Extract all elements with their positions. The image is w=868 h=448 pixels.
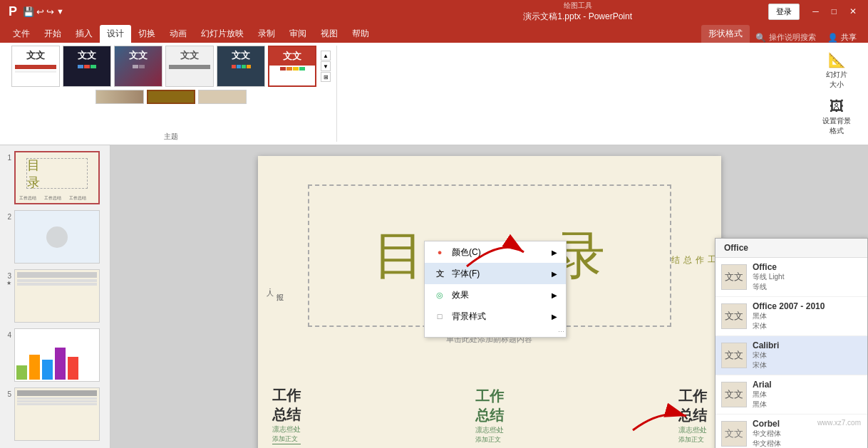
work-section-left: 工作总结 凛志些处 添加正文: [272, 386, 301, 444]
work-add-mid[interactable]: 添加正文: [475, 435, 504, 444]
slide-preview-5[interactable]: [14, 387, 100, 441]
work-add-right[interactable]: 添加正文: [678, 435, 707, 444]
font-panel-header: Office: [715, 239, 867, 258]
theme-preview-1[interactable]: [95, 90, 144, 104]
work-section-right: 工作总结 凛志些处 添加正文: [678, 387, 707, 444]
menu-font-label: 字体(F): [452, 268, 480, 280]
titlebar: P 💾 ↩ ↪ ▼ 绘图工具 演示文稿1.pptx - PowerPoint 登…: [0, 0, 868, 23]
work-add-left[interactable]: 添加正文: [272, 434, 301, 444]
font-option-office2007[interactable]: 文文 Office 2007 - 2010 黑体 宋体: [715, 297, 867, 336]
menu-item-color[interactable]: ● 颜色(C) ▶: [425, 241, 566, 263]
slide-num-2: 2: [3, 213, 11, 221]
theme-scroll-up[interactable]: ▲: [321, 51, 331, 61]
theme-preview-3[interactable]: [198, 90, 247, 104]
work-title-mid: 工作总结: [475, 387, 504, 425]
save-icon[interactable]: 💾: [23, 6, 34, 17]
titlebar-left: P 💾 ↩ ↪ ▼: [6, 3, 387, 21]
slide-thumb-1[interactable]: 1 目 录 工作总结 工作总结 工作总结: [3, 151, 107, 204]
menu-item-bg-style[interactable]: □ 背景样式 ▶: [425, 306, 566, 327]
tab-view[interactable]: 视图: [314, 25, 345, 43]
share-label[interactable]: 共享: [841, 32, 857, 43]
menu-bg-arrow: ▶: [552, 313, 557, 321]
theme-item-3[interactable]: 文文: [114, 46, 162, 87]
font-sub1-calibri: 宋体: [753, 350, 779, 360]
slide-preview-4[interactable]: [14, 328, 100, 382]
slide-size-button[interactable]: 📐 幻灯片大小: [817, 48, 857, 93]
slide-thumb-5[interactable]: 5: [3, 387, 107, 441]
menu-color-label: 颜色(C): [452, 246, 481, 259]
effects-menu-icon: ◎: [433, 288, 446, 301]
color-menu-icon: ●: [433, 246, 446, 259]
context-menu: ● 颜色(C) ▶ 文 字体(F) ▶ ◎ 效果 ▶ □ 背景样式 ▶ ⋯: [424, 241, 567, 338]
font-menu-icon: 文: [433, 267, 446, 280]
font-info-corbel: Corbel 华文楷体 华文楷体: [753, 419, 781, 448]
slide-thumb-4[interactable]: 4: [3, 328, 107, 382]
slide-preview-1[interactable]: 目 录 工作总结 工作总结 工作总结: [14, 151, 100, 204]
theme-scroll-more[interactable]: ⊞: [321, 72, 331, 82]
customize-icon[interactable]: ▼: [56, 7, 64, 16]
font-info-office: Office 等线 Light 等线: [753, 262, 784, 292]
font-name-office: Office: [753, 262, 784, 272]
slide-num-1: 1: [3, 154, 11, 162]
theme-item-6[interactable]: 文文: [268, 46, 316, 87]
restore-button[interactable]: □: [826, 0, 842, 23]
font-sub1-office: 等线 Light: [753, 272, 784, 282]
font-preview-corbel: 文文: [721, 421, 747, 447]
theme-item-5[interactable]: 文文: [217, 46, 265, 87]
tab-review[interactable]: 审阅: [282, 25, 314, 43]
font-sub1-corbel: 华文楷体: [753, 429, 781, 439]
tab-shape-format[interactable]: 形状格式: [701, 25, 750, 43]
slide-num-3: 3★: [3, 272, 11, 286]
theme-item-4[interactable]: 文文: [165, 46, 214, 87]
tab-transitions[interactable]: 切换: [131, 25, 162, 43]
tab-design[interactable]: 设计: [100, 25, 131, 43]
font-preview-office2007: 文文: [721, 303, 747, 329]
font-sub2-office2007: 宋体: [753, 321, 825, 331]
menu-item-font[interactable]: 文 字体(F) ▶: [425, 263, 566, 284]
work-sub-mid: 凛志些处: [475, 425, 504, 435]
tab-animations[interactable]: 动画: [162, 25, 194, 43]
theme-grid: 文文 文文 文文: [11, 46, 331, 87]
theme-preview-2[interactable]: [147, 90, 195, 104]
minimize-button[interactable]: ─: [807, 0, 825, 23]
slide-thumb-3[interactable]: 3★: [3, 269, 107, 323]
menu-footer: ⋯: [425, 327, 566, 337]
tab-file[interactable]: 文件: [6, 25, 37, 43]
menu-font-arrow: ▶: [552, 270, 557, 278]
format-background-button[interactable]: 🖼 设置背景格式: [817, 95, 857, 139]
tab-start[interactable]: 开始: [37, 25, 68, 43]
slide-preview-2[interactable]: [14, 210, 100, 264]
slide-thumb-2[interactable]: 2: [3, 210, 107, 264]
undo-icon[interactable]: ↩: [36, 6, 44, 17]
tab-slideshow[interactable]: 幻灯片放映: [194, 25, 251, 43]
theme-scroll: ▲ ▼ ⊞: [321, 51, 331, 82]
tab-insert[interactable]: 插入: [68, 25, 100, 43]
slide-title-char1: 目: [373, 222, 425, 290]
titlebar-controls: 登录 ─ □ ✕: [768, 0, 862, 23]
theme-item-2[interactable]: 文文: [63, 46, 111, 87]
tab-help[interactable]: 帮助: [345, 25, 376, 43]
font-option-office[interactable]: 文文 Office 等线 Light 等线: [715, 258, 867, 297]
redo-icon[interactable]: ↪: [46, 6, 54, 17]
powerpoint-logo-icon: P: [6, 3, 20, 21]
font-sub1-office2007: 黑体: [753, 311, 825, 321]
font-sub2-corbel: 华文楷体: [753, 439, 781, 448]
font-sub1-arial: 黑体: [753, 390, 772, 400]
slide-preview-3[interactable]: [14, 269, 100, 323]
font-option-calibri[interactable]: 文文 Calibri 宋体 宋体: [715, 336, 867, 375]
theme-scroll-down[interactable]: ▼: [321, 61, 331, 71]
login-button[interactable]: 登录: [768, 4, 800, 20]
font-name-office2007: Office 2007 - 2010: [753, 301, 825, 311]
search-label[interactable]: 操作说明搜索: [769, 32, 816, 43]
close-button[interactable]: ✕: [844, 0, 862, 23]
theme-item-1[interactable]: 文文: [11, 46, 60, 87]
tab-record[interactable]: 录制: [251, 25, 282, 43]
themes-group-label: 主题: [164, 130, 178, 142]
font-option-arial[interactable]: 文文 Arial 黑体 黑体: [715, 375, 867, 415]
menu-bg-label: 背景样式: [452, 311, 486, 323]
menu-item-effects[interactable]: ◎ 效果 ▶: [425, 284, 566, 306]
font-sub2-arial: 黑体: [753, 400, 772, 410]
font-name-corbel: Corbel: [753, 419, 781, 429]
font-preview-calibri: 文文: [721, 343, 747, 368]
font-name-arial: Arial: [753, 380, 772, 390]
